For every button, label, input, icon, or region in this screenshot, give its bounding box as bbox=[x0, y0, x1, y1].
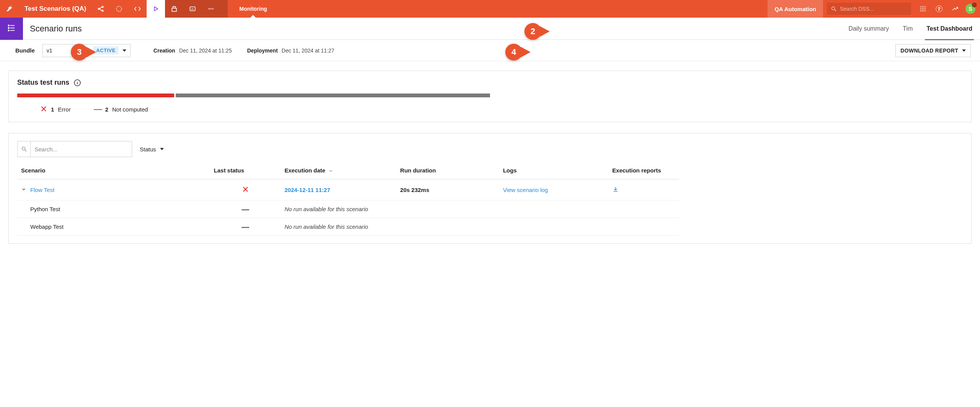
svg-point-3 bbox=[117, 6, 122, 11]
svg-text:?: ? bbox=[938, 6, 940, 11]
filter-row: Status bbox=[17, 141, 963, 157]
circle-icon[interactable] bbox=[110, 0, 128, 18]
bundle-row: Bundle v1 ACTIVE Creation Dec 11, 2024 a… bbox=[0, 40, 980, 61]
run-duration: 20s 232ms bbox=[396, 179, 499, 200]
table-row: Python TestNo run available for this sce… bbox=[17, 200, 679, 218]
scenario-search-input[interactable] bbox=[31, 146, 132, 153]
trend-icon[interactable] bbox=[947, 0, 963, 18]
user-avatar[interactable]: S bbox=[965, 4, 975, 14]
info-icon[interactable]: i bbox=[74, 79, 81, 86]
search-icon bbox=[831, 6, 837, 12]
caret-down-icon bbox=[962, 49, 966, 52]
svg-point-21 bbox=[8, 25, 9, 26]
download-report-button[interactable]: DOWNLOAD REPORT bbox=[895, 44, 971, 57]
callout-2-num: 2 bbox=[531, 26, 535, 36]
content: Status test runs i ✕ 1 Error — 2 Not com… bbox=[0, 61, 980, 259]
app-logo[interactable] bbox=[0, 0, 19, 18]
search-icon bbox=[18, 141, 31, 157]
subheader: Scenario runs Daily summary Tim Test Das… bbox=[0, 18, 980, 40]
no-run-message: No run available for this scenario bbox=[281, 200, 679, 218]
status-panel: Status test runs i ✕ 1 Error — 2 Not com… bbox=[8, 71, 972, 122]
active-badge: ACTIVE bbox=[93, 46, 119, 54]
scenario-name[interactable]: Flow Test bbox=[30, 187, 54, 193]
top-navbar: Test Scenarios (QA) bbox=[0, 0, 980, 18]
tab-daily-summary[interactable]: Daily summary bbox=[848, 18, 889, 40]
tab-timeline[interactable]: Tim bbox=[903, 18, 913, 40]
deploy-icon[interactable] bbox=[165, 0, 183, 18]
code-icon[interactable] bbox=[128, 0, 147, 18]
deployment-meta: Deployment Dec 11, 2024 at 11:27 bbox=[247, 48, 334, 54]
avatar-initial: S bbox=[969, 6, 972, 12]
status-notcomputed-icon bbox=[242, 209, 249, 210]
scenario-name: Webapp Test bbox=[30, 223, 64, 230]
table-panel: Status Scenario Last status Execution da… bbox=[8, 133, 972, 244]
view-log-link[interactable]: View scenario log bbox=[499, 179, 608, 200]
dash-icon: — bbox=[94, 104, 101, 114]
bundle-label: Bundle bbox=[15, 47, 35, 54]
col-last-status[interactable]: Last status bbox=[210, 162, 281, 179]
help-icon[interactable]: ? bbox=[931, 0, 947, 18]
error-label: Error bbox=[58, 106, 70, 113]
scenario-table: Scenario Last status Execution date Run … bbox=[17, 162, 679, 236]
project-title[interactable]: Test Scenarios (QA) bbox=[19, 5, 91, 13]
nc-label: Not computed bbox=[112, 106, 148, 113]
col-execution-date-label: Execution date bbox=[284, 167, 325, 174]
error-count: 1 bbox=[51, 106, 54, 113]
qa-automation-badge[interactable]: QA Automation bbox=[768, 0, 823, 18]
legend-notcomputed: — 2 Not computed bbox=[94, 104, 148, 114]
table-row: Flow Test✕2024-12-11 11:2720s 232msView … bbox=[17, 179, 679, 200]
bundle-value: v1 bbox=[47, 48, 52, 54]
chevron-down-icon bbox=[328, 169, 333, 173]
nc-count: 2 bbox=[105, 106, 108, 113]
svg-point-0 bbox=[98, 8, 100, 9]
execution-date[interactable]: 2024-12-11 11:27 bbox=[281, 179, 396, 200]
scenario-search[interactable] bbox=[17, 141, 132, 157]
no-run-message: No run available for this scenario bbox=[281, 218, 679, 236]
svg-point-6 bbox=[209, 8, 210, 10]
callout-2: 2 bbox=[524, 23, 541, 40]
svg-point-22 bbox=[8, 28, 9, 29]
svg-point-15 bbox=[924, 8, 926, 10]
topbar-dark-segment bbox=[165, 0, 228, 18]
status-legend: ✕ 1 Error — 2 Not computed bbox=[17, 104, 963, 114]
svg-rect-4 bbox=[172, 8, 176, 11]
apps-icon[interactable] bbox=[915, 0, 931, 18]
status-filter[interactable]: Status bbox=[140, 141, 164, 157]
tab-test-dashboard[interactable]: Test Dashboard bbox=[926, 18, 972, 40]
download-report-label: DOWNLOAD REPORT bbox=[900, 48, 958, 54]
monitoring-tab[interactable]: Monitoring bbox=[228, 0, 278, 18]
status-panel-title: Status test runs bbox=[17, 79, 69, 87]
col-execution-reports[interactable]: Execution reports bbox=[608, 162, 679, 179]
col-run-duration[interactable]: Run duration bbox=[396, 162, 499, 179]
col-scenario[interactable]: Scenario bbox=[17, 162, 210, 179]
col-execution-date[interactable]: Execution date bbox=[281, 162, 396, 179]
col-logs[interactable]: Logs bbox=[499, 162, 608, 179]
deployment-label: Deployment bbox=[247, 48, 278, 54]
sidebar-toggle[interactable] bbox=[0, 18, 23, 40]
svg-point-11 bbox=[923, 6, 924, 7]
dashboard-icon[interactable] bbox=[183, 0, 202, 18]
page-title: Scenario runs bbox=[23, 24, 848, 34]
topbar-right-icons: ? S bbox=[915, 0, 980, 18]
legend-error: ✕ 1 Error bbox=[40, 104, 71, 114]
more-icon[interactable] bbox=[202, 0, 220, 18]
table-header-row: Scenario Last status Execution date Run … bbox=[17, 162, 679, 179]
creation-meta: Creation Dec 11, 2024 at 11:25 bbox=[154, 48, 232, 54]
svg-point-2 bbox=[102, 10, 103, 11]
expand-toggle[interactable] bbox=[21, 187, 26, 193]
svg-point-9 bbox=[832, 7, 835, 10]
svg-point-14 bbox=[923, 8, 924, 10]
global-search-input[interactable] bbox=[840, 6, 907, 12]
flow-icon[interactable] bbox=[91, 0, 110, 18]
status-filter-label: Status bbox=[140, 146, 156, 153]
status-error-icon: ✕ bbox=[241, 185, 250, 195]
global-search[interactable] bbox=[827, 3, 911, 15]
x-icon: ✕ bbox=[40, 105, 47, 113]
creation-label: Creation bbox=[154, 48, 175, 54]
download-icon[interactable] bbox=[612, 187, 619, 194]
callout-tail-icon bbox=[540, 26, 550, 37]
caret-down-icon bbox=[122, 49, 126, 52]
topbar-left: Test Scenarios (QA) bbox=[0, 0, 279, 18]
status-bar-error-segment bbox=[17, 94, 174, 97]
play-icon[interactable] bbox=[147, 0, 165, 18]
